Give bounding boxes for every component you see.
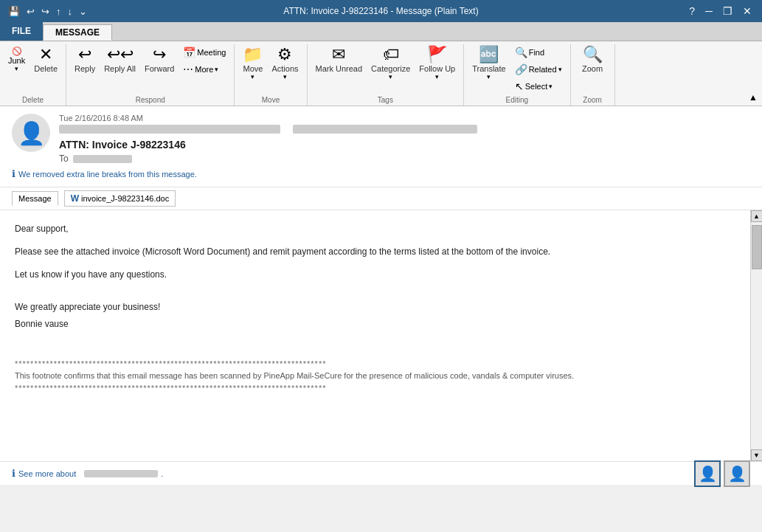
scroll-up-button[interactable]: ▲ [751, 210, 763, 222]
footnote-stars-bottom: ****************************************… [15, 382, 735, 395]
footer-avatar-secondary[interactable]: 👤 [724, 460, 750, 487]
more-label: More [195, 65, 213, 74]
more-respond-button[interactable]: ⋯ More ▾ [179, 61, 229, 77]
help-button[interactable]: ? [685, 4, 699, 18]
editing-group-label: Editing [468, 96, 565, 106]
respond-group-label: Respond [71, 96, 229, 106]
footer-avatar-primary[interactable]: 👤 [694, 460, 721, 487]
delete-button[interactable]: ✕ Delete [30, 44, 61, 75]
info-bar: ℹ We removed extra line breaks from this… [12, 168, 750, 179]
up-button[interactable]: ↑ [54, 4, 63, 18]
categorize-dropdown-arrow: ▾ [389, 73, 392, 80]
meeting-button[interactable]: 📅 Meeting [179, 44, 229, 61]
select-icon: ↖ [515, 80, 524, 92]
recipient-blurred [73, 155, 132, 163]
restore-button[interactable]: ❒ [718, 4, 737, 18]
footer-avatars: 👤 👤 [694, 460, 750, 487]
email-footer: ℹ See more about . 👤 👤 [0, 461, 762, 485]
footer-avatar-primary-icon: 👤 [699, 465, 717, 483]
zoom-icon: 🔍 [583, 46, 603, 63]
reply-all-button[interactable]: ↩↩ Reply All [100, 44, 139, 75]
follow-up-button[interactable]: 🚩 Follow Up ▾ [415, 44, 459, 83]
translate-icon: 🔤 [479, 46, 499, 63]
mark-unread-label: Mark Unread [316, 64, 363, 73]
sender-name-blurred [59, 125, 280, 134]
select-label: Select [525, 82, 548, 91]
footer-info: ℹ See more about . [12, 468, 163, 479]
tab-message[interactable]: MESSAGE [43, 24, 112, 41]
attachments-bar: Message W invoice_J-98223146.doc [0, 187, 762, 210]
email-header: 👤 Tue 2/16/2016 8:48 AM ATTN: Invoice J-… [0, 106, 762, 187]
forward-button[interactable]: ↪ Forward [141, 44, 178, 75]
move-label: Move [243, 64, 263, 73]
attachment-file[interactable]: W invoice_J-98223146.doc [64, 190, 176, 207]
email-header-top: 👤 Tue 2/16/2016 8:48 AM ATTN: Invoice J-… [12, 114, 750, 164]
find-label: Find [529, 48, 544, 57]
categorize-label: Categorize [371, 64, 410, 73]
body-questions: Let us know if you have any questions. [15, 268, 735, 282]
close-button[interactable]: ✕ [738, 4, 756, 18]
zoom-label: Zoom [582, 64, 603, 73]
categorize-button[interactable]: 🏷 Categorize ▾ [367, 44, 414, 83]
minimize-button[interactable]: ─ [701, 4, 717, 18]
move-button[interactable]: 📁 Move ▾ [239, 44, 266, 83]
reply-all-icon: ↩↩ [107, 46, 134, 63]
mark-unread-button[interactable]: ✉ Mark Unread [312, 44, 367, 75]
reply-all-label: Reply All [104, 64, 136, 73]
reply-icon: ↩ [78, 46, 91, 63]
window-title: ATTN: Invoice J-98223146 - Message (Plai… [0, 6, 762, 16]
ribbon: 🚫 Junk ▾ ✕ Delete Delete ↩ Reply ↩↩ Repl… [0, 41, 762, 106]
save-button[interactable]: 💾 [6, 4, 22, 18]
word-icon: W [71, 193, 79, 204]
ribbon-collapse-button[interactable]: ▲ [744, 91, 762, 104]
related-label: Related [529, 65, 557, 74]
junk-button[interactable]: 🚫 Junk ▾ [4, 44, 29, 75]
body-signature: Bonnie vause [15, 317, 735, 331]
ribbon-group-zoom: 🔍 Zoom Zoom [571, 44, 615, 106]
forward-icon: ↪ [153, 46, 166, 63]
body-greeting: Dear support, [15, 222, 735, 236]
actions-icon: ⚙ [277, 46, 292, 63]
footnote-text: This footnote confirms that this email m… [15, 370, 735, 382]
delete-icon: ✕ [39, 46, 52, 63]
junk-dropdown-arrow: ▾ [15, 65, 18, 72]
footer-contact-blurred [84, 470, 158, 477]
sender-email-blurred [293, 125, 477, 134]
select-button[interactable]: ↖ Select ▾ [511, 78, 566, 94]
redo-button[interactable]: ↪ [39, 4, 52, 18]
move-dropdown-arrow: ▾ [251, 73, 254, 80]
quick-access-toolbar: 💾 ↩ ↪ ↑ ↓ ⌄ [6, 4, 89, 18]
message-tab[interactable]: Message [12, 191, 58, 206]
tab-file[interactable]: FILE [0, 21, 43, 41]
meeting-label: Meeting [197, 48, 226, 57]
ribbon-group-editing: 🔤 Translate ▾ 🔍 Find 🔗 Related ▾ ↖ Selec… [464, 44, 570, 106]
email-meta: Tue 2/16/2016 8:48 AM ATTN: Invoice J-98… [59, 114, 750, 164]
scroll-down-button[interactable]: ▼ [751, 449, 763, 461]
scroll-thumb[interactable] [752, 225, 762, 269]
junk-label: Junk [8, 56, 25, 65]
more-options-button[interactable]: ⌄ [77, 4, 89, 18]
move-group-label: Move [239, 96, 302, 106]
follow-up-icon: 🚩 [427, 46, 447, 63]
find-button[interactable]: 🔍 Find [511, 44, 566, 61]
related-button[interactable]: 🔗 Related ▾ [511, 61, 566, 77]
meeting-icon: 📅 [183, 46, 195, 58]
info-message: We removed extra line breaks from this m… [18, 170, 197, 179]
zoom-button[interactable]: 🔍 Zoom [578, 44, 606, 75]
reply-button[interactable]: ↩ Reply [71, 44, 99, 75]
translate-dropdown-arrow: ▾ [487, 73, 491, 80]
translate-button[interactable]: 🔤 Translate ▾ [468, 44, 509, 83]
mark-unread-icon: ✉ [332, 46, 345, 63]
down-button[interactable]: ↓ [66, 4, 75, 18]
undo-button[interactable]: ↩ [24, 4, 37, 18]
junk-icon: 🚫 [12, 46, 22, 56]
more-icon: ⋯ [183, 63, 193, 75]
footnote-stars-top: ****************************************… [15, 358, 735, 370]
scroll-track[interactable] [751, 222, 763, 449]
move-group-content: 📁 Move ▾ ⚙ Actions ▾ [239, 44, 302, 94]
body-appreciation: We greatly appreciate your business! [15, 300, 735, 314]
avatar-person-icon: 👤 [18, 120, 45, 146]
email-date: Tue 2/16/2016 8:48 AM [59, 114, 750, 122]
actions-button[interactable]: ⚙ Actions ▾ [268, 44, 302, 83]
email-subject: ATTN: Invoice J-98223146 [59, 139, 750, 151]
